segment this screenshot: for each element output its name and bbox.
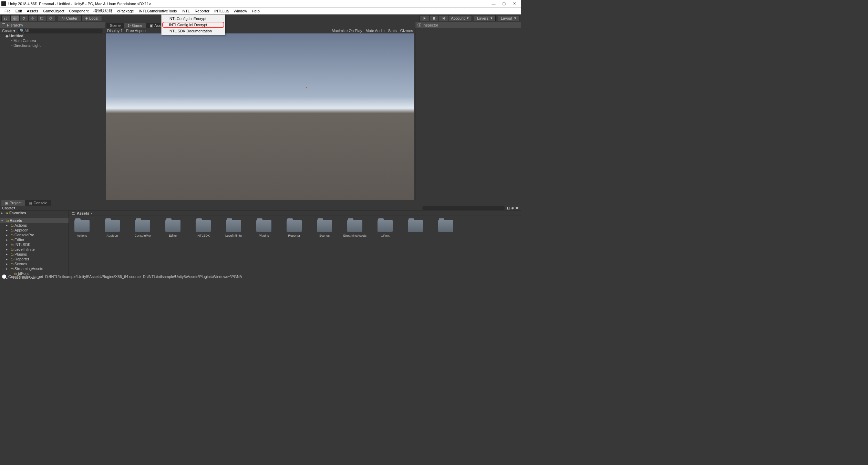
hierarchy-tab[interactable]: ☰Hierarchy xyxy=(0,22,105,28)
unity-scene-icon: ◈ xyxy=(6,34,8,38)
folder-levelinfinite[interactable]: LevelInfinite xyxy=(226,220,241,237)
console-icon: ▤ xyxy=(29,201,32,205)
folder-consolepro[interactable]: ConsolePro xyxy=(135,220,150,237)
chevron-down-icon: ▾ xyxy=(467,16,469,20)
folder-appicon[interactable]: AppIcon xyxy=(105,220,120,237)
layers-dropdown[interactable]: Layers▾ xyxy=(474,15,496,21)
move-tool[interactable] xyxy=(10,15,19,21)
tree-favorites[interactable]: ▸★Favorites xyxy=(0,210,69,215)
dropdown-decrypt[interactable]: INTLConfig.ini Decrypt xyxy=(162,22,224,28)
dropdown-docs[interactable]: INTL SDK Documentation xyxy=(162,28,225,34)
scale-tool[interactable] xyxy=(28,15,37,21)
pause-button[interactable] xyxy=(429,15,439,21)
folder-icon: 🗀 xyxy=(10,238,14,242)
menu-assets[interactable]: Assets xyxy=(24,9,41,13)
inspector-tab[interactable]: ⓘInspector xyxy=(415,22,521,28)
tree-item[interactable]: ▸🗀Reporter xyxy=(0,257,69,261)
pivot-toggle[interactable]: ⊙Center xyxy=(58,15,81,21)
folder-editor[interactable]: Editor xyxy=(165,220,180,237)
folder-icon: 🗀 xyxy=(10,224,14,227)
stats-toggle[interactable]: Stats xyxy=(388,29,397,33)
svg-rect-5 xyxy=(444,17,445,20)
close-button[interactable]: ✕ xyxy=(509,0,519,7)
menu-file[interactable]: File xyxy=(2,9,13,13)
account-dropdown[interactable]: Account▾ xyxy=(448,15,472,21)
menu-window[interactable]: Window xyxy=(231,9,249,13)
folder-tdfont[interactable]: tdFont xyxy=(378,220,393,237)
tree-item[interactable]: ▸🗀AppIcon xyxy=(0,228,69,232)
maximize-toggle[interactable]: Maximize On Play xyxy=(332,29,362,33)
tree-item[interactable]: ▸🗀Scenes xyxy=(0,261,69,266)
tab-game[interactable]: ᐅGame xyxy=(124,23,146,28)
hierarchy-item-light[interactable]: ▫Directional Light xyxy=(0,43,105,48)
tree-item[interactable]: ▸🗀Actions xyxy=(0,223,69,228)
tab-project[interactable]: ▣Project xyxy=(1,200,25,206)
filter-icon[interactable]: ◈ xyxy=(511,206,514,210)
folder-plugins[interactable]: Plugins xyxy=(256,220,271,237)
tree-item[interactable]: ▸🗀ConsolePro xyxy=(0,232,69,237)
menu-intllua[interactable]: INTLLua xyxy=(212,9,231,13)
tree-assets[interactable]: ▾🗀Assets xyxy=(0,218,69,223)
hand-tool[interactable] xyxy=(1,15,10,21)
dropdown-encrypt[interactable]: INTLConfig.ini Encrypt xyxy=(162,16,225,22)
handle-toggle[interactable]: ◈Local xyxy=(81,15,102,21)
menu-edit[interactable]: Edit xyxy=(13,9,24,13)
folder-extra2[interactable] xyxy=(438,220,453,237)
project-create[interactable]: Create xyxy=(2,206,13,210)
step-button[interactable] xyxy=(439,15,448,21)
tree-item[interactable]: ▸🗀INTLSDK xyxy=(0,242,69,247)
filter-icon[interactable]: ◧ xyxy=(506,206,510,210)
folder-streamingassets[interactable]: StreamingAssets xyxy=(347,220,362,237)
menu-gameobject[interactable]: GameObject xyxy=(41,9,67,13)
chevron-down-icon: ▾ xyxy=(490,16,493,20)
folder-icon xyxy=(165,220,180,232)
menu-cpackage[interactable]: cPackage xyxy=(115,9,136,13)
folder-actions[interactable]: Actions xyxy=(74,220,90,237)
layout-dropdown[interactable]: Layout▾ xyxy=(498,15,519,21)
rect-tool[interactable] xyxy=(37,15,46,21)
folder-reporter[interactable]: Reporter xyxy=(287,220,302,237)
tab-console[interactable]: ▤Console xyxy=(25,200,51,206)
scene-area: Scene ᐅGame ▣Asset Display 1 Free Aspect… xyxy=(105,22,415,200)
tree-item[interactable]: ▸🗀StreamingAssets xyxy=(0,266,69,271)
play-button[interactable] xyxy=(420,15,429,21)
project-breadcrumb: 🗀 Assets › xyxy=(69,210,521,216)
transform-tool[interactable] xyxy=(46,15,55,21)
menu-help[interactable]: Help xyxy=(249,9,262,13)
tree-item[interactable]: ▸🗀Editor xyxy=(0,237,69,242)
menu-component[interactable]: Component xyxy=(66,9,91,13)
inspector-panel: ⓘInspector xyxy=(415,22,521,200)
folder-extra1[interactable] xyxy=(408,220,423,237)
folder-icon: 🗀 xyxy=(10,243,14,247)
star-icon[interactable]: ★ xyxy=(515,206,519,210)
project-area: ▣Project ▤Console Create ▾ ◧ ◈ ★ ▸★Favor… xyxy=(0,200,521,273)
svg-rect-4 xyxy=(434,17,435,20)
rotate-tool[interactable] xyxy=(19,15,28,21)
maximize-button[interactable]: ▢ xyxy=(499,0,509,7)
hierarchy-search[interactable]: 🔍All xyxy=(18,29,103,33)
menu-intl[interactable]: INTL xyxy=(179,9,192,13)
hierarchy-create[interactable]: Create xyxy=(2,29,13,33)
aspect-dropdown[interactable]: Free Aspect xyxy=(126,29,146,33)
tree-item[interactable]: ▸🗀LevelInfinite xyxy=(0,247,69,252)
hierarchy-scene-root[interactable]: ◈Untitled xyxy=(0,33,105,38)
minimize-button[interactable]: — xyxy=(488,0,499,7)
menu-intlgamenativetools[interactable]: INTLGameNativeTools xyxy=(136,9,179,13)
local-icon: ◈ xyxy=(85,16,88,20)
tab-scene[interactable]: Scene xyxy=(106,23,124,28)
menu-enhanced[interactable]: 增强版功能 xyxy=(91,8,115,13)
project-search[interactable] xyxy=(422,206,505,210)
folder-icon: 🗀 xyxy=(10,267,14,271)
folder-scenes[interactable]: Scenes xyxy=(317,220,332,237)
game-view[interactable] xyxy=(106,33,414,200)
folder-icon: 🗀 xyxy=(6,219,9,223)
folder-icon xyxy=(317,220,332,232)
gizmos-toggle[interactable]: Gizmos xyxy=(400,29,413,33)
hierarchy-item-camera[interactable]: ▫Main Camera xyxy=(0,38,105,43)
project-icon: ▣ xyxy=(5,201,8,205)
menu-reporter[interactable]: Reporter xyxy=(192,9,212,13)
display-dropdown[interactable]: Display 1 xyxy=(107,29,123,33)
tree-item[interactable]: ▸🗀Plugins xyxy=(0,252,69,257)
folder-intlsdk[interactable]: INTLSDK xyxy=(196,220,211,237)
mute-toggle[interactable]: Mute Audio xyxy=(366,29,385,33)
